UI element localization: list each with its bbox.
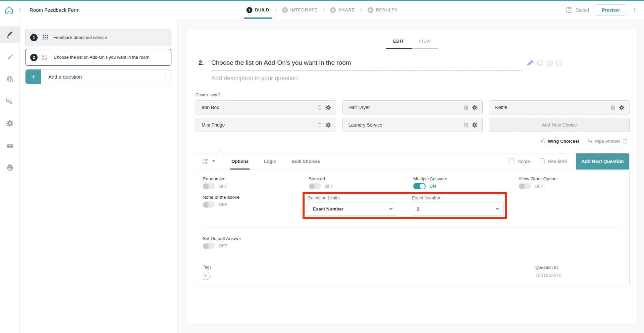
choices-grid: Iron Box Hair Dryer: [196, 100, 630, 132]
options-panel-footer: Tags Question ID 1001663876: [203, 259, 621, 281]
form-title[interactable]: Room Feedback Form: [30, 7, 79, 13]
multiple-answers-toggle[interactable]: [413, 183, 426, 189]
step-results[interactable]: 4 RESULTS: [367, 7, 397, 13]
rail-email-icon[interactable]: [0, 137, 19, 154]
score-label: Score: [518, 159, 530, 164]
required-label: Required: [548, 159, 567, 164]
score-checkbox[interactable]: [509, 158, 515, 164]
wing-choices-label: Wing Choices!: [548, 139, 579, 144]
trash-icon[interactable]: [464, 105, 468, 110]
step-build-number: 1: [247, 7, 253, 13]
step-integrate[interactable]: 2 INTEGRATE: [282, 7, 317, 13]
chevron-down-icon: [212, 160, 215, 162]
rail-globe-icon[interactable]: [0, 70, 19, 87]
required-checkbox[interactable]: [539, 158, 545, 164]
trash-icon[interactable]: [317, 105, 322, 110]
home-icon[interactable]: [5, 6, 13, 14]
allow-other-toggle[interactable]: [519, 183, 531, 189]
choice-iron-box[interactable]: Iron Box: [196, 100, 336, 114]
add-tag-button[interactable]: [203, 272, 212, 280]
question-item-2[interactable]: 2 CC Choose the list on Add-On's you wan…: [25, 49, 171, 66]
question-id-value: 1001663876: [535, 273, 621, 278]
exact-number-group: Exact Number 2: [412, 195, 503, 217]
tab-logic[interactable]: Logic: [256, 153, 284, 169]
trash-icon[interactable]: [317, 123, 322, 128]
trash-icon[interactable]: [464, 123, 468, 128]
currency-icon[interactable]: $: [546, 60, 553, 66]
randomize-label: Randomize: [203, 176, 309, 181]
required-checkbox-group[interactable]: Required: [539, 158, 567, 164]
rail-print-icon[interactable]: [0, 159, 19, 176]
preview-button[interactable]: Preview: [595, 4, 626, 16]
more-options-icon[interactable]: [556, 60, 562, 66]
pipe-arrow-icon: [588, 139, 593, 143]
rail-translate-icon[interactable]: A: [0, 93, 19, 109]
svg-text:C: C: [42, 57, 44, 61]
view-mode-tabs: EDIT VIEW: [194, 39, 630, 49]
ai-wing-icon[interactable]: [526, 59, 534, 67]
stacked-toggle[interactable]: [309, 183, 321, 189]
breadcrumb-chevron-icon: [19, 8, 21, 12]
selection-limits-highlight: Selection Limits Exact Number Exact Numb…: [303, 192, 507, 219]
add-question-button[interactable]: + Add a question: [25, 69, 171, 84]
step-build[interactable]: 1 BUILD: [247, 7, 270, 13]
choose-hint-label: Choose any 2: [196, 93, 630, 97]
rail-edit-icon[interactable]: [0, 26, 19, 43]
question-id-label: Question ID: [535, 265, 621, 270]
selection-limits-select[interactable]: Exact Number: [308, 202, 397, 216]
score-checkbox-group[interactable]: Score: [509, 158, 530, 164]
set-default-toggle[interactable]: [203, 243, 215, 249]
exact-number-select[interactable]: 2: [412, 202, 503, 216]
info-icon[interactable]: [623, 139, 628, 144]
rail-settings-icon[interactable]: [0, 115, 19, 132]
choice-mini-fridge[interactable]: Mini Fridge: [196, 118, 336, 132]
trash-icon[interactable]: [611, 105, 615, 110]
header-kebab-menu-icon[interactable]: [632, 6, 637, 14]
question-description-input[interactable]: Add description to your question.: [211, 75, 630, 82]
set-default-label: Set Default Answer: [203, 236, 621, 241]
step-separator-icon: [274, 8, 277, 12]
choice-kettle[interactable]: Kettle: [489, 100, 630, 114]
choice-laundry-service[interactable]: Laundry Service: [342, 118, 483, 132]
options-panel-header: CC Options Logic Bulk Choices Score: [194, 153, 629, 170]
add-question-kebab-icon[interactable]: [164, 73, 169, 80]
svg-text:$: $: [549, 61, 551, 65]
tab-edit[interactable]: EDIT: [386, 39, 412, 49]
add-new-choice-button[interactable]: Add New Choice: [489, 118, 630, 132]
selection-limits-group: Selection Limits Exact Number: [308, 195, 397, 217]
multi-choice-question-icon: CC: [42, 54, 49, 60]
tab-bulk-choices[interactable]: Bulk Choices: [284, 153, 328, 169]
wing-choices-link[interactable]: Wing Choices!: [540, 139, 579, 144]
options-panel-body: Randomize OFF Stacked OFF: [194, 170, 629, 286]
sparkle-icon: [540, 139, 545, 144]
choice-label: Iron Box: [202, 105, 219, 110]
gear-icon[interactable]: [472, 105, 478, 110]
pipe-answer-label: Pipe Answer: [595, 139, 620, 144]
set-default-setting: Set Default Answer OFF: [203, 228, 621, 249]
gear-icon[interactable]: [472, 122, 478, 128]
question-title-actions: $: [526, 59, 562, 67]
randomize-toggle[interactable]: [203, 183, 215, 189]
editor-area: EDIT VIEW 2. Choose the list on Add-On's…: [178, 19, 644, 333]
gear-icon[interactable]: [325, 105, 331, 110]
smiley-icon[interactable]: [537, 60, 544, 66]
question-item-1[interactable]: 1 Feedback about out service: [25, 29, 171, 46]
gear-icon[interactable]: [619, 105, 625, 110]
step-share[interactable]: 3 SHARE: [330, 7, 355, 13]
add-next-question-button[interactable]: Add Next Question: [576, 153, 629, 170]
app: Room Feedback Form 1 BUILD 2 INTEGRATE 3…: [0, 0, 644, 333]
svg-text:C: C: [203, 161, 205, 164]
tab-options[interactable]: Options: [224, 153, 256, 169]
step-results-label: RESULTS: [376, 7, 397, 12]
choice-label: Hair Dryer: [348, 105, 370, 110]
gear-icon[interactable]: [325, 122, 331, 128]
none-above-toggle[interactable]: [203, 201, 215, 208]
tab-view[interactable]: VIEW: [412, 39, 438, 49]
choice-hair-dryer[interactable]: Hair Dryer: [342, 100, 483, 114]
rail-design-icon[interactable]: [0, 48, 19, 65]
question-title-input[interactable]: Choose the list on Add-On's you want in …: [211, 59, 522, 71]
step-separator-icon: [323, 8, 325, 12]
pipe-answer-link[interactable]: Pipe Answer: [588, 139, 628, 144]
question-type-selector[interactable]: CC: [194, 153, 215, 169]
step-build-label: BUILD: [255, 7, 270, 12]
